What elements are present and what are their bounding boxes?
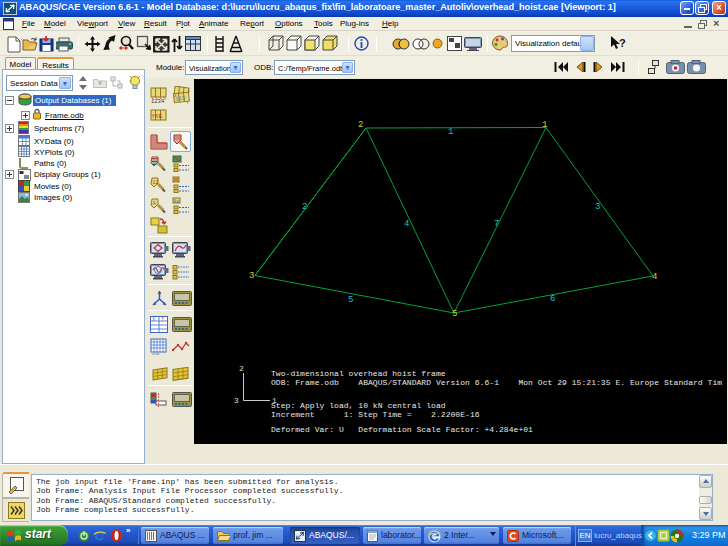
svg-text:3: 3	[234, 396, 239, 405]
svg-text:5: 5	[348, 295, 353, 305]
svg-text:2: 2	[358, 120, 363, 130]
svg-text:2: 2	[239, 364, 244, 373]
svg-text:Aa: Aa	[174, 199, 180, 204]
svg-text:XYZ: XYZ	[152, 352, 160, 356]
svg-text:3: 3	[249, 271, 254, 281]
svg-text:3: 3	[595, 202, 600, 212]
svg-text:X: X	[153, 317, 156, 322]
svg-text:2: 2	[302, 202, 307, 212]
svg-text:1: 1	[542, 120, 547, 130]
svg-text:Y: Y	[162, 317, 165, 322]
svg-text:?: ?	[619, 37, 626, 49]
svg-text:6: 6	[550, 294, 555, 304]
svg-text:7: 7	[494, 219, 499, 229]
svg-text:123: 123	[175, 95, 186, 103]
svg-text:YXE: YXE	[152, 113, 163, 120]
svg-text:A: A	[153, 201, 156, 207]
svg-text:4: 4	[652, 272, 657, 282]
svg-text:1: 1	[448, 127, 453, 137]
svg-text:4: 4	[404, 219, 409, 229]
svg-text:5: 5	[452, 309, 457, 319]
